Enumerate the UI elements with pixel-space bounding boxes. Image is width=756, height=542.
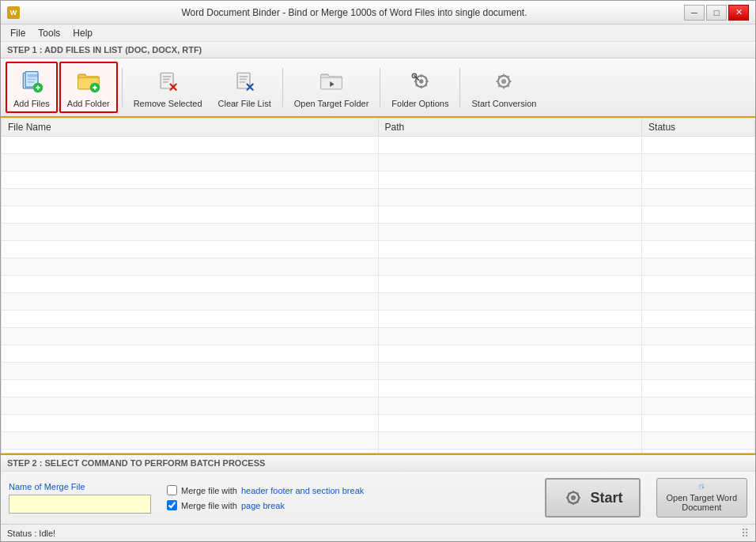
separator-4 (459, 68, 460, 107)
table-row (2, 328, 755, 345)
folder-options-button[interactable]: Folder Options (384, 62, 455, 113)
merge-file-label: Name of Merge File (9, 482, 151, 491)
table-row (2, 432, 755, 450)
col-header-name: File Name (2, 119, 379, 137)
menu-tools[interactable]: Tools (32, 26, 66, 40)
svg-rect-4 (28, 81, 35, 83)
checkbox-page-break[interactable] (167, 500, 177, 510)
col-header-path: Path (378, 119, 642, 137)
svg-rect-2 (28, 74, 39, 77)
clear-file-list-label: Clear File List (218, 99, 271, 108)
table-row (2, 206, 755, 224)
start-conversion-button[interactable]: Start Conversion (464, 62, 543, 113)
svg-rect-18 (240, 75, 248, 77)
start-conversion-label: Start Conversion (471, 99, 536, 108)
table-row (2, 415, 755, 432)
menu-file[interactable]: File (4, 26, 32, 40)
separator-1 (122, 68, 123, 107)
remove-selected-label: Remove Selected (134, 99, 202, 108)
checkbox-row-1: Merge file with header footer and sectio… (167, 485, 364, 495)
open-target-word-button[interactable]: Open Target WordDocument (656, 478, 747, 518)
svg-point-36 (501, 78, 506, 83)
svg-rect-14 (163, 81, 168, 83)
open-target-folder-button[interactable]: Open Target Folder (287, 62, 376, 113)
clear-file-list-icon (230, 67, 259, 96)
add-files-icon (17, 67, 46, 96)
open-target-folder-icon (317, 67, 346, 96)
merge-file-input[interactable] (9, 495, 151, 514)
window-controls: ─ □ ✕ (684, 5, 749, 21)
checkbox2-label: Merge file with (181, 501, 237, 510)
file-table: File Name Path Status (1, 118, 755, 454)
add-files-button[interactable]: Add Files (6, 62, 58, 113)
merge-file-section: Name of Merge File (9, 482, 151, 514)
status-text: Status : Idle! (7, 529, 55, 538)
checkboxes-section: Merge file with header footer and sectio… (167, 485, 364, 510)
svg-rect-56 (700, 485, 702, 486)
svg-rect-10 (94, 85, 96, 89)
remove-selected-icon (153, 67, 182, 96)
svg-point-24 (420, 79, 424, 83)
svg-rect-47 (573, 491, 574, 493)
checkbox1-link[interactable]: header footer and section break (241, 486, 364, 495)
open-target-word-icon (692, 484, 711, 490)
table-row (2, 380, 755, 397)
minimize-button[interactable]: ─ (684, 5, 705, 21)
add-files-label: Add Files (13, 99, 50, 108)
checkbox-row-2: Merge file with page break (167, 500, 364, 510)
svg-rect-57 (700, 486, 701, 487)
table-row (2, 137, 755, 154)
table-row (2, 154, 755, 171)
start-label: Start (591, 490, 623, 506)
status-bar: Status : Idle! ⠿ (1, 524, 755, 541)
svg-rect-39 (497, 81, 500, 82)
open-target-folder-label: Open Target Folder (294, 99, 369, 108)
close-button[interactable]: ✕ (728, 5, 749, 21)
title-bar: W Word Document Binder - Bind or Merge 1… (1, 1, 755, 24)
svg-rect-19 (240, 78, 247, 80)
svg-rect-7 (37, 85, 39, 89)
start-button[interactable]: Start (545, 478, 641, 518)
menu-help[interactable]: Help (66, 26, 99, 40)
maximize-button[interactable]: □ (706, 5, 727, 21)
svg-rect-48 (573, 502, 574, 505)
remove-selected-button[interactable]: Remove Selected (127, 62, 210, 113)
separator-2 (282, 68, 283, 107)
svg-rect-27 (414, 81, 418, 82)
table-row (2, 276, 755, 293)
separator-3 (380, 68, 380, 107)
checkbox2-link[interactable]: page break (241, 501, 285, 510)
svg-rect-20 (240, 81, 245, 83)
checkbox-header-footer[interactable] (167, 485, 177, 495)
table-row (2, 293, 755, 311)
file-list-container: File Name Path Status (1, 118, 755, 454)
table-row (2, 258, 755, 276)
resize-grip: ⠿ (741, 527, 749, 540)
main-window: W Word Document Binder - Bind or Merge 1… (0, 0, 756, 542)
svg-rect-58 (700, 487, 701, 487)
svg-rect-50 (578, 497, 580, 499)
open-target-word-label: Open Target WordDocument (667, 493, 737, 512)
svg-rect-13 (163, 78, 170, 80)
folder-options-label: Folder Options (391, 99, 448, 108)
add-folder-button[interactable]: Add Folder (59, 62, 118, 113)
table-row (2, 241, 755, 258)
step1-label: STEP 1 : ADD FILES IN LIST (DOC, DOCX, R… (1, 42, 755, 58)
menu-bar: File Tools Help (1, 24, 755, 42)
svg-rect-3 (28, 78, 36, 80)
table-row (2, 171, 755, 189)
step2-label: STEP 2 : SELECT COMMAND TO PERFORM BATCH… (1, 455, 755, 472)
step2-content: Name of Merge File Merge file with heade… (1, 472, 755, 524)
svg-point-46 (571, 495, 576, 500)
svg-rect-12 (163, 75, 172, 77)
folder-options-icon (406, 67, 434, 96)
app-icon: W (7, 6, 20, 19)
window-title: Word Document Binder - Bind or Merge 100… (25, 7, 684, 18)
table-row (2, 224, 755, 241)
table-row (2, 363, 755, 380)
clear-file-list-button[interactable]: Clear File List (211, 62, 278, 113)
table-row (2, 397, 755, 415)
table-row (2, 311, 755, 328)
start-conversion-icon (490, 67, 518, 96)
svg-rect-38 (504, 86, 505, 89)
